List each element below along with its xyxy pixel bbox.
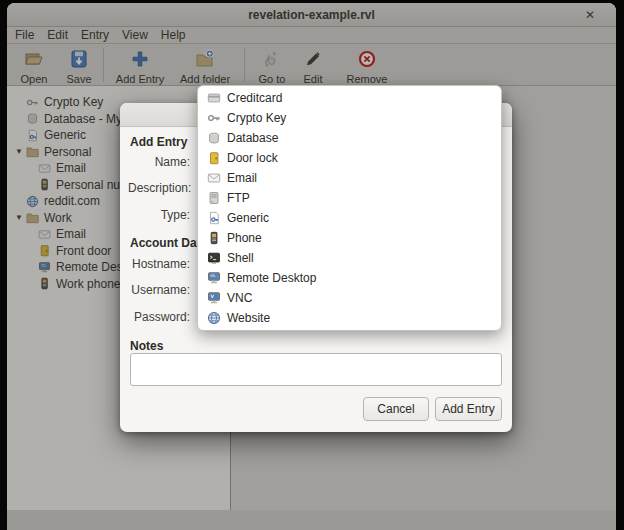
type-option-email[interactable]: Email <box>199 168 499 188</box>
ftp-icon <box>207 191 227 205</box>
hostname-label: Hostname: <box>128 256 190 272</box>
type-option-website[interactable]: Website <box>199 308 499 328</box>
vnc-icon <box>207 291 227 305</box>
type-option-shell[interactable]: Shell <box>199 248 499 268</box>
type-dropdown-menu: CreditcardCrypto KeyDatabaseDoor lockEma… <box>197 85 502 331</box>
cancel-button[interactable]: Cancel <box>363 397 429 421</box>
type-option-label: Website <box>227 311 270 325</box>
description-label: Description: <box>128 180 190 196</box>
password-label: Password: <box>128 309 190 325</box>
notes-input[interactable] <box>130 353 502 386</box>
type-option-label: Email <box>227 171 257 185</box>
type-option-label: Phone <box>227 231 262 245</box>
type-option-label: Shell <box>227 251 254 265</box>
notes-label: Notes <box>130 338 163 354</box>
section-account-data: Account Data <box>130 235 207 251</box>
type-option-crypto-key[interactable]: Crypto Key <box>199 108 499 128</box>
screen: revelation-example.rvl ✕ FileEditEntryVi… <box>0 0 624 530</box>
type-option-creditcard[interactable]: Creditcard <box>199 88 499 108</box>
type-option-label: Remote Desktop <box>227 271 316 285</box>
username-label: Username: <box>128 282 190 298</box>
type-option-label: VNC <box>227 291 252 305</box>
type-option-label: Generic <box>227 211 269 225</box>
type-option-vnc[interactable]: VNC <box>199 288 499 308</box>
type-option-label: Door lock <box>227 151 278 165</box>
door-lock-icon <box>207 151 227 165</box>
type-option-door-lock[interactable]: Door lock <box>199 148 499 168</box>
section-add-entry: Add Entry <box>130 134 187 150</box>
phone-icon <box>207 231 227 245</box>
creditcard-icon <box>207 91 227 105</box>
type-option-ftp[interactable]: FTP <box>199 188 499 208</box>
shell-icon <box>207 251 227 265</box>
type-option-label: Crypto Key <box>227 111 286 125</box>
type-option-remote-desktop[interactable]: Remote Desktop <box>199 268 499 288</box>
type-option-phone[interactable]: Phone <box>199 228 499 248</box>
type-option-label: Creditcard <box>227 91 282 105</box>
crypto-key-icon <box>207 111 227 125</box>
add-entry-button[interactable]: Add Entry <box>435 397 502 421</box>
type-option-label: Database <box>227 131 278 145</box>
email-icon <box>207 171 227 185</box>
name-label: Name: <box>128 154 190 170</box>
remote-desktop-icon <box>207 271 227 285</box>
generic-icon <box>207 211 227 225</box>
type-label: Type: <box>128 207 190 223</box>
type-option-database[interactable]: Database <box>199 128 499 148</box>
database-icon <box>207 131 227 145</box>
website-icon <box>207 311 227 325</box>
type-option-generic[interactable]: Generic <box>199 208 499 228</box>
type-option-label: FTP <box>227 191 250 205</box>
